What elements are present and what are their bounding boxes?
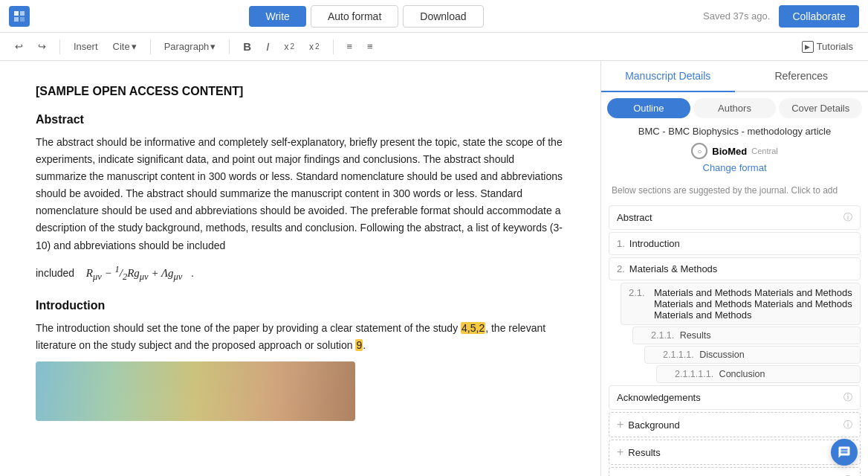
outline-item-results[interactable]: 2.1.1. Results xyxy=(632,327,861,344)
svg-rect-2 xyxy=(14,17,19,22)
svg-rect-1 xyxy=(20,11,25,16)
svg-rect-3 xyxy=(20,17,25,22)
background-label: Background xyxy=(628,419,843,431)
outline-item-acknowledgements[interactable]: Acknowledgements ⓘ xyxy=(609,385,861,410)
materials-label: Materials & Methods xyxy=(629,263,852,274)
tab-references[interactable]: References xyxy=(735,61,869,92)
saved-status: Saved 37s ago. xyxy=(703,10,770,22)
sub-label-21: Materials and Methods Materials and Meth… xyxy=(654,287,852,321)
biomed-circle-icon: ○ xyxy=(691,143,707,159)
num-2111: 2.1.1.1. xyxy=(663,350,694,360)
outline-item-abstract[interactable]: Abstract ⓘ xyxy=(609,205,861,230)
intro-label: Introduction xyxy=(629,238,852,249)
svg-rect-0 xyxy=(14,11,19,16)
subtab-outline[interactable]: Outline xyxy=(607,98,690,118)
background-info-icon[interactable]: ⓘ xyxy=(843,419,852,431)
insert-button[interactable]: Insert xyxy=(69,39,103,54)
outline-list: Abstract ⓘ 1. Introduction 2. Materials … xyxy=(601,200,868,476)
outline-section-materials: 2. Materials & Methods 2.1. Materials an… xyxy=(609,257,861,383)
introduction-heading: Introduction xyxy=(36,299,565,312)
autoformat-button[interactable]: Auto format xyxy=(311,5,398,28)
biomed-central-label: Central xyxy=(751,147,777,155)
results-plus-icon[interactable]: + xyxy=(617,446,624,459)
abstract-body[interactable]: The abstract should be informative and c… xyxy=(36,134,565,254)
superscript-button[interactable]: x2 xyxy=(279,39,299,54)
content-image xyxy=(36,361,355,421)
highlight-refs-2: 9 xyxy=(355,339,363,351)
toolbar-separator-3 xyxy=(229,39,230,54)
cite-button[interactable]: Cite ▾ xyxy=(108,39,141,54)
abstract-heading: Abstract xyxy=(36,113,565,126)
sub-tabs: Outline Authors Cover Details xyxy=(601,92,868,118)
discussion-info-icon[interactable]: ⓘ xyxy=(843,474,852,477)
num-211: 2.1.1. xyxy=(651,330,674,341)
panel-tabs: Manuscript Details References xyxy=(601,61,868,92)
change-format-link[interactable]: Change format xyxy=(612,162,858,173)
biomed-logo: ○ BioMed Central xyxy=(612,143,858,159)
introduction-body[interactable]: The introduction should set the tone of … xyxy=(36,320,565,354)
label-results: Results xyxy=(680,330,711,341)
paragraph-button[interactable]: Paragraph ▾ xyxy=(160,39,221,54)
journal-info: BMC - BMC Biophysics - methodology artic… xyxy=(601,118,868,182)
ack-info-icon[interactable]: ⓘ xyxy=(843,391,852,404)
toolbar-separator-4 xyxy=(333,39,334,54)
discussion-plus-icon[interactable]: + xyxy=(617,473,624,476)
undo-button[interactable]: ↩ xyxy=(10,39,27,54)
outline-item-discussion[interactable]: + Discussion ⓘ xyxy=(609,467,861,476)
editor-area[interactable]: [SAMPLE OPEN ACCESS CONTENT] Abstract Th… xyxy=(0,61,600,476)
label-conclusion: Conclusion xyxy=(719,369,765,379)
tutorials-button[interactable]: ▶ Tutorials xyxy=(797,39,858,55)
outline-item-introduction[interactable]: 1. Introduction xyxy=(609,232,861,255)
outline-item-background[interactable]: + Background ⓘ xyxy=(609,412,861,437)
outline-sub-item-21[interactable]: 2.1. Materials and Methods Materials and… xyxy=(621,283,861,325)
biomed-name: BioMed xyxy=(712,146,747,157)
redo-button[interactable]: ↪ xyxy=(33,39,51,54)
materials-num: 2. xyxy=(617,263,625,274)
align-button[interactable]: ≡ xyxy=(343,39,357,54)
background-plus-icon[interactable]: + xyxy=(617,418,624,431)
toolbar-separator xyxy=(59,39,60,54)
label-discussion: Discussion xyxy=(699,350,744,360)
abstract-info-icon[interactable]: ⓘ xyxy=(843,211,852,224)
app-logo xyxy=(9,6,30,27)
cite-chevron-icon: ▾ xyxy=(132,41,137,52)
outline-sub-sub-211: 2.1.1. Results 2.1.1.1. Discussion xyxy=(621,327,861,383)
write-button[interactable]: Write xyxy=(249,6,305,27)
paragraph-chevron-icon: ▾ xyxy=(210,41,216,52)
sub-num-21: 2.1. xyxy=(629,287,650,298)
journal-label: BMC - BMC Biophysics - methodology artic… xyxy=(612,126,858,137)
chat-bubble-button[interactable] xyxy=(831,439,858,466)
math-formula: Rμν − 1/2Rgμν + Λgμν xyxy=(83,267,188,279)
highlight-refs-1: 4,5,2 xyxy=(461,322,485,334)
chat-icon xyxy=(838,446,851,459)
subscript-button[interactable]: x2 xyxy=(305,39,324,54)
document-title: [SAMPLE OPEN ACCESS CONTENT] xyxy=(36,85,565,98)
abstract-label: Abstract xyxy=(617,212,652,223)
right-panel: Manuscript Details References Outline Au… xyxy=(600,61,868,476)
outline-item-discussion[interactable]: 2.1.1.1. Discussion xyxy=(644,346,861,364)
indent-button[interactable]: ≡ xyxy=(363,39,378,54)
toolbar-separator-2 xyxy=(150,39,151,54)
results-label: Results xyxy=(628,447,843,458)
outline-item-results[interactable]: + Results ⓘ xyxy=(609,440,861,465)
outline-item-materials[interactable]: 2. Materials & Methods xyxy=(609,257,861,280)
collaborate-button[interactable]: Collaborate xyxy=(779,5,859,28)
subtab-cover-details[interactable]: Cover Details xyxy=(779,98,862,118)
formula-line: included Rμν − 1/2Rgμν + Λgμν . xyxy=(36,262,565,285)
bold-button[interactable]: B xyxy=(239,38,256,55)
subtab-authors[interactable]: Authors xyxy=(693,98,777,118)
download-button[interactable]: Download xyxy=(403,5,483,28)
tab-manuscript-details[interactable]: Manuscript Details xyxy=(601,61,735,92)
tutorials-icon: ▶ xyxy=(802,41,814,53)
ack-label: Acknowledgements xyxy=(617,392,843,403)
section-hint: Below sections are suggested by the jour… xyxy=(601,182,868,200)
italic-button[interactable]: I xyxy=(262,38,273,55)
outline-item-conclusion[interactable]: 2.1.1.1.1. Conclusion xyxy=(656,365,861,383)
outline-sub-materials: 2.1. Materials and Methods Materials and… xyxy=(609,283,861,383)
intro-num: 1. xyxy=(617,238,625,249)
num-21111: 2.1.1.1.1. xyxy=(675,369,713,379)
